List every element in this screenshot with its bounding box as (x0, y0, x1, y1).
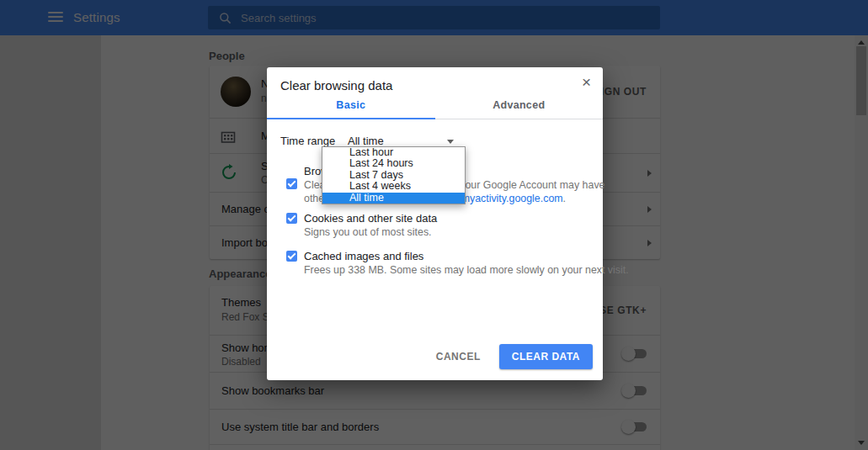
tab-basic[interactable]: Basic (267, 91, 435, 119)
dialog-footer: CANCEL CLEAR DATA (436, 344, 593, 369)
clear-data-button[interactable]: CLEAR DATA (499, 344, 593, 369)
cookies-label: Cookies and other site data (304, 212, 583, 225)
time-range-select[interactable]: All time (348, 135, 384, 147)
tab-advanced[interactable]: Advanced (435, 91, 604, 119)
chevron-down-icon (447, 140, 454, 144)
dropdown-option[interactable]: Last 4 weeks (322, 181, 465, 192)
cached-images-label: Cached images and files (304, 250, 583, 263)
time-range-dropdown-popup: Last hourLast 24 hoursLast 7 daysLast 4 … (322, 146, 466, 204)
cookies-description: Signs you out of most sites. (304, 226, 583, 240)
dropdown-option[interactable]: Last hour (322, 147, 465, 158)
cancel-button[interactable]: CANCEL (436, 351, 481, 363)
dropdown-option[interactable]: Last 24 hours (322, 158, 465, 169)
clear-browsing-data-dialog: Clear browsing data × Basic Advanced Tim… (267, 67, 603, 380)
browsing-history-checkbox[interactable] (286, 178, 297, 189)
description-suffix: . (563, 193, 566, 204)
time-range-label: Time range (280, 135, 335, 147)
cached-images-item: Cached images and files Frees up 338 MB.… (286, 250, 583, 278)
dropdown-option[interactable]: All time (322, 193, 465, 204)
dropdown-option[interactable]: Last 7 days (322, 170, 465, 181)
cached-images-checkbox[interactable] (286, 251, 297, 262)
cookies-checkbox[interactable] (286, 213, 297, 224)
myactivity-link[interactable]: myactivity.google.com (461, 193, 563, 204)
dialog-tabs: Basic Advanced (267, 91, 603, 119)
close-icon[interactable]: × (582, 74, 591, 91)
cookies-item: Cookies and other site data Signs you ou… (286, 212, 583, 240)
cached-images-description: Frees up 338 MB. Some sites may load mor… (304, 264, 583, 278)
chrome-settings-page: Settings Search settings People N n SIGN… (0, 0, 868, 450)
